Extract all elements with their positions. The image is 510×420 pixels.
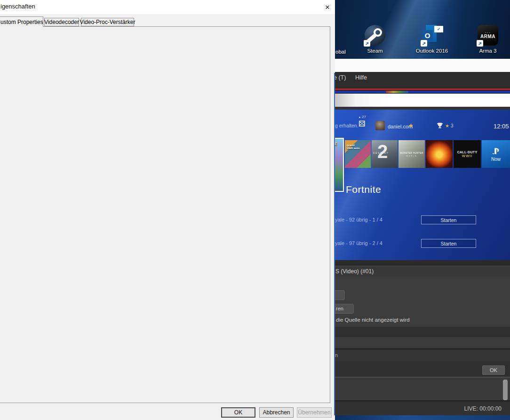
outlook-iconbox: ✓ O ↗ [422,25,442,46]
obs-row-fragment: n [335,352,338,358]
dialog-title: igenschaften [0,3,35,10]
trophy-star-icon: ★ [445,123,449,128]
cod-wwii-text: WWII [462,154,472,158]
game-mode-info-1: yale - 92 übrig - 1 / 4 [335,217,382,222]
menu-item-help[interactable]: Hilfe [355,74,367,81]
desktop-icon-label: Steam [367,48,382,54]
desktop-icon-label-partial[interactable]: obal [335,49,346,55]
preview-color-blip [386,91,408,93]
outlook-o-letter: O [422,30,433,41]
user-avatar [375,121,385,130]
obs-statusbar: LIVE: 00:00:00 [335,402,510,415]
starten-button-1[interactable]: Starten [421,215,476,224]
tile-monster-hunter[interactable]: MONSTER HUNTER WORLD [398,140,425,168]
live-timer: LIVE: 00:00:00 [464,405,502,412]
tab-videodecoder[interactable]: Videodecoder [44,18,79,26]
obs-row-strip-2 [335,337,510,348]
preview-compressed-scene [335,90,510,94]
shortcut-arrow-icon: ↗ [364,40,370,47]
tab-video-proc-verstaerker[interactable]: Video-Proc-Verstärker [81,18,134,26]
obs-row-strip-3: n [335,350,510,361]
arma-iconbox: ▪ ▪ ▪ ARMA ↗ [478,25,498,46]
fortnite-tile-letter: E [335,142,337,146]
window-edge-accent [334,73,335,415]
tile-cod-wwii[interactable]: CALL·DUTY WWII [454,140,481,168]
desktop-icon-arma3[interactable]: ▪ ▪ ▪ ARMA ↗ Arma 3 [469,25,507,54]
ps-now-text: Now [491,157,501,162]
outlook-envelope-icon: ✓ [434,26,443,32]
obs-gap-strip [335,260,510,266]
close-icon[interactable]: ✕ [322,1,333,13]
obs-row-strip-1 [335,327,510,337]
tile-fortnite-selected[interactable]: E [335,138,344,192]
obs-hint-text: die Quelle nicht angezeigt wird [336,317,410,323]
ps4-notification-partial: g erhalten. [335,123,359,128]
ps4-capture-preview: g erhalten. 27 ⚄ daniel.com ★ ★ 3 12:05 … [335,110,510,260]
mh-logo-text: MONSTER HUNTER [399,152,424,154]
gta-logo-text: grand theft auto [347,144,361,150]
tile-destiny-2[interactable]: 2 DESTINY [372,140,398,168]
ok-button[interactable]: OK [221,407,255,418]
cancel-button[interactable]: Abbrechen [259,407,294,418]
desktop-icon-label: Arma 3 [479,48,496,54]
taskbar-edge [335,415,510,420]
obs-light-strip [335,94,510,107]
steam-iconbox: ↗ [365,25,385,46]
obs-menubar: e (T) Hilfe [335,72,510,84]
tab-page-content [0,26,330,403]
ps-plus-icon: ★ [408,122,414,129]
obs-lower-panel [335,378,510,401]
dialog-titlebar[interactable]: igenschaften ✕ [0,0,335,14]
shortcut-arrow-icon: ↗ [477,40,483,47]
obs-source-header-text: S (Video) (#01) [335,266,374,277]
tab-custom-properties[interactable]: Custom Properties [0,16,43,27]
cod-logo-text: CALL·DUTY [457,151,478,154]
desktop-icon-label: Outlook 2016 [416,48,448,54]
obs-button-fragment-1[interactable] [335,290,345,300]
badge-dot [359,117,360,118]
obs-titlebar-strip [335,59,510,72]
obs-source-header: S (Video) (#01) [335,266,510,277]
screen: obal ↗ Steam ✓ [0,0,510,420]
tile-ps-now[interactable]: Now [482,140,510,168]
starten-button-2[interactable]: Starten [421,239,476,248]
tile-dragonball-fighterz[interactable] [426,140,453,168]
apply-button[interactable]: Übernehmen [297,407,332,418]
obs-ok-button[interactable]: OK [482,365,505,375]
scrollbar-thumb[interactable] [503,380,508,400]
ps4-clock: 12:05 [494,123,509,130]
game-mode-info-2: yale - 97 übrig - 2 / 4 [335,240,382,246]
shortcut-arrow-icon: ↗ [421,40,427,47]
trophy-count: 3 [451,123,454,128]
desktop-icon-steam[interactable]: ↗ Steam [356,25,394,54]
trophy-icon [437,122,443,129]
playstation-logo-icon [491,147,501,156]
messages-badge: 27 [362,115,366,119]
eigenschaften-dialog: igenschaften ✕ Custom Properties Videode… [0,0,335,420]
arma3-text: ARMA [480,34,495,39]
selected-game-title: Fortnite [346,184,381,195]
desktop-icon-outlook[interactable]: ✓ O ↗ Outlook 2016 [413,25,451,54]
obs-toolbar-strip [335,84,510,88]
destiny-logo-text: DESTINY [373,152,389,154]
obs-footer-strip: OK [335,361,510,377]
background-apps-region: obal ↗ Steam ✓ [335,0,510,420]
mh-world-text: WORLD [399,155,424,157]
messages-dice-icon: ⚄ [359,119,366,129]
menu-item-tools-partial[interactable]: e (T) [335,74,346,81]
obs-properties-body: ren die Quelle nicht angezeigt wird [335,277,510,327]
tile-gta-v[interactable]: grand theft auto [345,140,371,168]
obs-button-fragment-2[interactable]: ren [335,304,354,314]
windows-desktop: obal ↗ Steam ✓ [335,0,510,59]
